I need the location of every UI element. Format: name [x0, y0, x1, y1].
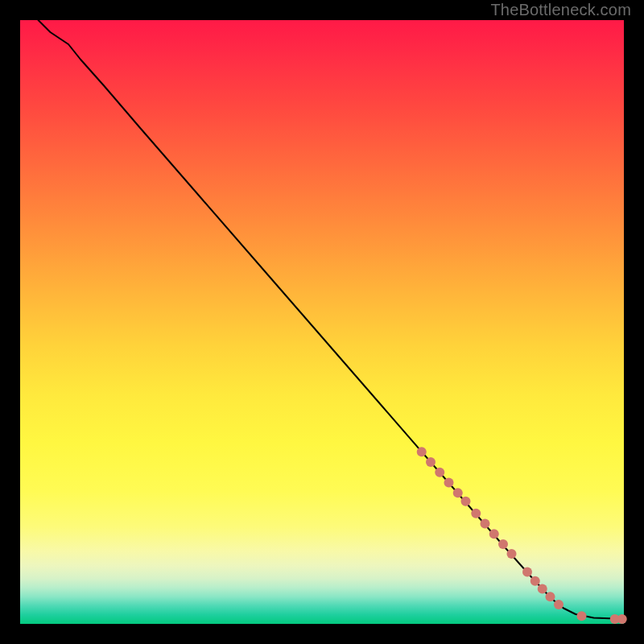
data-points-group — [417, 447, 627, 624]
data-point — [522, 568, 532, 577]
data-point — [489, 529, 499, 539]
data-point — [444, 478, 454, 488]
data-point — [435, 468, 444, 477]
data-point — [617, 614, 627, 624]
data-point — [577, 611, 587, 621]
data-point — [530, 576, 540, 586]
chart-container: TheBottleneck.com — [0, 0, 644, 644]
watermark-text: TheBottleneck.com — [490, 1, 631, 19]
bottleneck-curve — [39, 20, 625, 619]
data-point — [453, 488, 463, 497]
data-point — [471, 509, 481, 518]
data-point — [507, 549, 517, 559]
data-point — [481, 519, 490, 529]
data-point — [554, 600, 564, 609]
data-point — [426, 457, 436, 467]
data-point — [546, 592, 555, 601]
data-point — [461, 497, 471, 506]
data-point — [417, 447, 427, 456]
chart-svg — [20, 20, 624, 624]
data-point — [498, 539, 508, 549]
plot-area — [20, 20, 624, 624]
data-point — [538, 584, 547, 594]
